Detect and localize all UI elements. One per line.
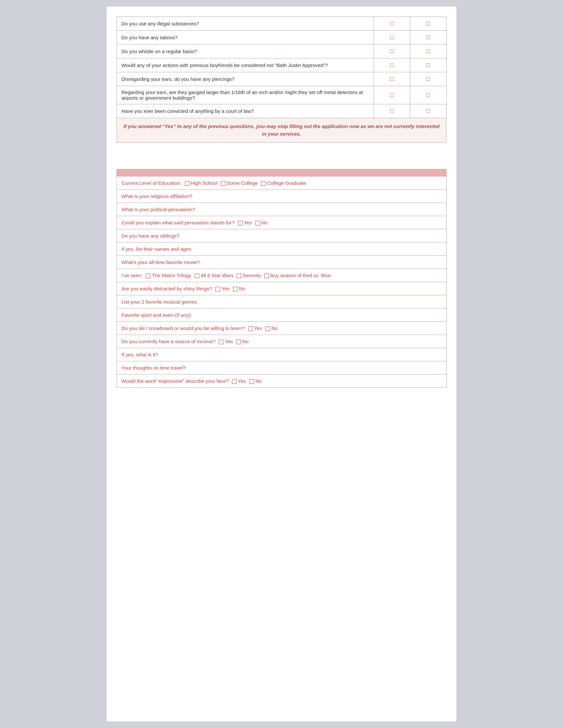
- section4-header: [117, 169, 447, 177]
- list-item: What is your political persuasion?: [117, 203, 447, 216]
- list-item: What’s your all-time favorite movie?: [117, 256, 447, 269]
- checkbox-movie[interactable]: [146, 274, 150, 278]
- section4-cell: List your 2 favorite musical genres:: [117, 295, 447, 309]
- table-row: Regarding your ears, are they gauged lar…: [117, 86, 447, 104]
- list-item: Do you currently have a source of income…: [117, 335, 447, 348]
- checkbox-no[interactable]: □: [410, 72, 447, 86]
- section4-cell: What is your religious affiliation?: [117, 190, 447, 203]
- checkbox-yes[interactable]: □: [374, 72, 410, 86]
- section4-cell: If yes, what is it?: [117, 348, 447, 361]
- checkbox-option[interactable]: [221, 181, 225, 186]
- section3-table: Do you use any illegal substances?□□Do y…: [116, 17, 447, 143]
- yes-label: Yes: [254, 325, 264, 331]
- list-item: List your 2 favorite musical genres:: [117, 295, 447, 309]
- checkbox-no[interactable]: □: [410, 17, 447, 31]
- checkbox-yes[interactable]: □: [374, 58, 410, 72]
- table-row: Have you ever been convicted of anything…: [117, 104, 447, 118]
- question-cell: Do you use any illegal substances?: [117, 17, 374, 31]
- checkbox-yes[interactable]: [238, 221, 243, 225]
- checkbox-no[interactable]: [255, 221, 260, 225]
- list-item: Do you have any siblings?: [117, 229, 447, 243]
- section4-cell: Could you explain what said persuasion s…: [117, 216, 447, 229]
- checkbox-no[interactable]: □: [410, 104, 447, 118]
- field-label: Current Level of Education:: [121, 180, 183, 186]
- no-label: No: [271, 325, 278, 331]
- checkbox-no[interactable]: [249, 379, 254, 384]
- checkbox-yes[interactable]: [215, 287, 220, 291]
- yes-label: Yes: [221, 286, 231, 291]
- list-item: Favorite sport and team (If any):: [117, 309, 447, 322]
- checkbox-movie[interactable]: [264, 274, 269, 278]
- option-label: Some College: [227, 180, 259, 186]
- checkbox-movie[interactable]: [195, 274, 199, 278]
- yes-label: Yes: [225, 339, 234, 344]
- table-row: Do you whistle on a regular basis?□□: [117, 45, 447, 58]
- table-row: Do you have any tattoos?□□: [117, 31, 447, 45]
- checkbox-no[interactable]: [236, 340, 241, 344]
- spacer: [116, 156, 447, 169]
- checkbox-yes[interactable]: □: [374, 17, 410, 31]
- movie-label: Serenity: [243, 273, 262, 278]
- section4-table: Current Level of Education: High School …: [116, 169, 447, 388]
- list-item: Your thoughts on time travel?: [117, 361, 447, 375]
- checkbox-yes[interactable]: [219, 340, 223, 344]
- no-label: No: [242, 339, 248, 344]
- checkbox-yes[interactable]: [248, 326, 253, 331]
- list-item: Could you explain what said persuasion s…: [117, 216, 447, 229]
- section4-cell: Your thoughts on time travel?: [117, 361, 447, 375]
- table-row: Disregarding your ears, do you have any …: [117, 72, 447, 86]
- option-label: College Graduate: [267, 180, 306, 186]
- list-item: If yes, list their names and ages:: [117, 243, 447, 256]
- checkbox-yes[interactable]: □: [374, 104, 410, 118]
- field-label: Do you ski / snowboard or would you be w…: [121, 325, 246, 331]
- checkbox-movie[interactable]: [237, 274, 241, 278]
- checkbox-no[interactable]: □: [410, 86, 447, 104]
- checkbox-no[interactable]: □: [410, 31, 447, 45]
- checkbox-yes[interactable]: □: [374, 86, 410, 104]
- checkbox-no[interactable]: □: [410, 58, 447, 72]
- checkbox-yes[interactable]: □: [374, 31, 410, 45]
- no-label: No: [255, 378, 262, 384]
- section4-cell: Do you currently have a source of income…: [117, 335, 447, 348]
- table-row: Do you use any illegal substances?□□: [117, 17, 447, 31]
- yes-label: Yes: [238, 378, 248, 384]
- list-item: Are you easily distracted by shiny thing…: [117, 282, 447, 295]
- field-label: Would the word “expressive” describe you…: [121, 378, 230, 384]
- section4-cell: Would the word “expressive” describe you…: [117, 375, 447, 388]
- section4-cell: Favorite sport and team (If any):: [117, 309, 447, 322]
- section4-cell: Current Level of Education: High School …: [117, 177, 447, 190]
- list-item: If yes, what is it?: [117, 348, 447, 361]
- section4-cell: Do you have any siblings?: [117, 229, 447, 243]
- field-label: Are you easily distracted by shiny thing…: [121, 286, 214, 291]
- notice-text: If you answered “Yes” to any of the prev…: [117, 118, 447, 143]
- section4-cell: If yes, list their names and ages:: [117, 243, 447, 256]
- question-cell: Regarding your ears, are they gauged lar…: [117, 86, 374, 104]
- checkbox-yes[interactable]: [232, 379, 237, 384]
- page: Do you use any illegal substances?□□Do y…: [107, 7, 456, 721]
- question-cell: Disregarding your ears, do you have any …: [117, 72, 374, 86]
- yes-label: Yes: [244, 220, 253, 225]
- table-row: Would any of your actions with previous …: [117, 58, 447, 72]
- checkbox-no[interactable]: [265, 326, 270, 331]
- checkbox-no[interactable]: □: [410, 45, 447, 58]
- section4-cell: I’ve seen: The Matrix Trilogy All 6 Star…: [117, 269, 447, 282]
- notice-row: If you answered “Yes” to any of the prev…: [117, 118, 447, 143]
- list-item: Would the word “expressive” describe you…: [117, 375, 447, 388]
- section4-cell: What is your political persuasion?: [117, 203, 447, 216]
- checkbox-yes[interactable]: □: [374, 45, 410, 58]
- checkbox-option[interactable]: [185, 181, 189, 186]
- list-item: What is your religious affiliation?: [117, 190, 447, 203]
- section4-cell: Do you ski / snowboard or would you be w…: [117, 322, 447, 335]
- question-cell: Have you ever been convicted of anything…: [117, 104, 374, 118]
- question-cell: Would any of your actions with previous …: [117, 58, 374, 72]
- movie-label: All 6 Star Wars: [201, 273, 235, 278]
- no-label: No: [261, 220, 268, 225]
- no-label: No: [239, 286, 245, 291]
- checkbox-no[interactable]: [233, 287, 238, 291]
- question-cell: Do you whistle on a regular basis?: [117, 45, 374, 58]
- checkbox-option[interactable]: [261, 181, 266, 186]
- section4-cell: Are you easily distracted by shiny thing…: [117, 282, 447, 295]
- field-label: Do you currently have a source of income…: [121, 339, 217, 344]
- question-cell: Do you have any tattoos?: [117, 31, 374, 45]
- list-item: I’ve seen: The Matrix Trilogy All 6 Star…: [117, 269, 447, 282]
